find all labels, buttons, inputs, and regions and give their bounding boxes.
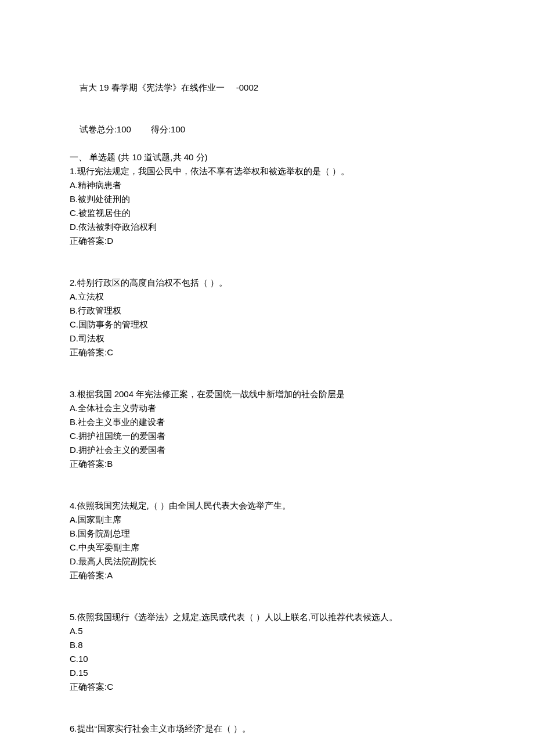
- title-suffix: -0002: [236, 82, 258, 92]
- score-suffix: 得分:100: [151, 124, 185, 134]
- score-prefix: 试卷总分:100: [80, 124, 131, 134]
- option-a: A.5: [70, 624, 464, 638]
- question-stem: 1.现行宪法规定，我国公民中，依法不享有选举权和被选举权的是（ ）。: [70, 164, 464, 178]
- option-c: C.拥护祖国统一的爱国者: [70, 429, 464, 443]
- answer-line: 正确答案:D: [70, 234, 464, 248]
- option-a: A.精神病患者: [70, 178, 464, 192]
- option-d: D.拥护社会主义的爱国者: [70, 443, 464, 457]
- answer-line: 正确答案:C: [70, 680, 464, 694]
- score-line: 试卷总分:100得分:100: [70, 109, 464, 150]
- question-stem: 3.根据我国 2004 年宪法修正案，在爱国统一战线中新增加的社会阶层是: [70, 387, 464, 401]
- title-line: 吉大 19 春学期《宪法学》在线作业一-0002: [70, 67, 464, 109]
- answer-line: 正确答案:C: [70, 345, 464, 359]
- option-d: D.司法权: [70, 332, 464, 345]
- question-block: 4.依照我国宪法规定,（ ）由全国人民代表大会选举产生。 A.国家副主席 B.国…: [70, 499, 464, 582]
- document-page: 吉大 19 春学期《宪法学》在线作业一-0002 试卷总分:100得分:100 …: [0, 0, 534, 756]
- answer-line: 正确答案:B: [70, 457, 464, 471]
- question-block: 2.特别行政区的高度自治权不包括（ ）。 A.立法权 B.行政管理权 C.国防事…: [70, 276, 464, 359]
- option-c: C.国防事务的管理权: [70, 318, 464, 332]
- question-block: 6.提出“国家实行社会主义市场经济”是在（ ）。: [70, 722, 464, 736]
- option-d: D.最高人民法院副院长: [70, 555, 464, 568]
- option-c: C.10: [70, 652, 464, 666]
- section-heading: 一、 单选题 (共 10 道试题,共 40 分): [70, 150, 464, 164]
- option-b: B.被判处徒刑的: [70, 192, 464, 206]
- option-a: A.立法权: [70, 290, 464, 304]
- question-stem: 2.特别行政区的高度自治权不包括（ ）。: [70, 276, 464, 290]
- question-block: 5.依照我国现行《选举法》之规定,选民或代表（ ）人以上联名,可以推荐代表候选人…: [70, 610, 464, 694]
- option-c: C.中央军委副主席: [70, 541, 464, 555]
- title-prefix: 吉大 19 春学期《宪法学》在线作业一: [80, 82, 225, 92]
- option-a: A.国家副主席: [70, 513, 464, 527]
- answer-line: 正确答案:A: [70, 568, 464, 582]
- option-c: C.被监视居住的: [70, 206, 464, 220]
- option-d: D.15: [70, 666, 464, 680]
- question-block: 1.现行宪法规定，我国公民中，依法不享有选举权和被选举权的是（ ）。 A.精神病…: [70, 164, 464, 248]
- option-b: B.社会主义事业的建设者: [70, 415, 464, 429]
- option-b: B.8: [70, 638, 464, 652]
- question-stem: 6.提出“国家实行社会主义市场经济”是在（ ）。: [70, 722, 464, 736]
- option-a: A.全体社会主义劳动者: [70, 401, 464, 415]
- question-stem: 4.依照我国宪法规定,（ ）由全国人民代表大会选举产生。: [70, 499, 464, 513]
- option-d: D.依法被剥夺政治权利: [70, 220, 464, 234]
- option-b: B.行政管理权: [70, 304, 464, 318]
- question-stem: 5.依照我国现行《选举法》之规定,选民或代表（ ）人以上联名,可以推荐代表候选人…: [70, 610, 464, 624]
- question-block: 3.根据我国 2004 年宪法修正案，在爱国统一战线中新增加的社会阶层是 A.全…: [70, 387, 464, 471]
- option-b: B.国务院副总理: [70, 527, 464, 541]
